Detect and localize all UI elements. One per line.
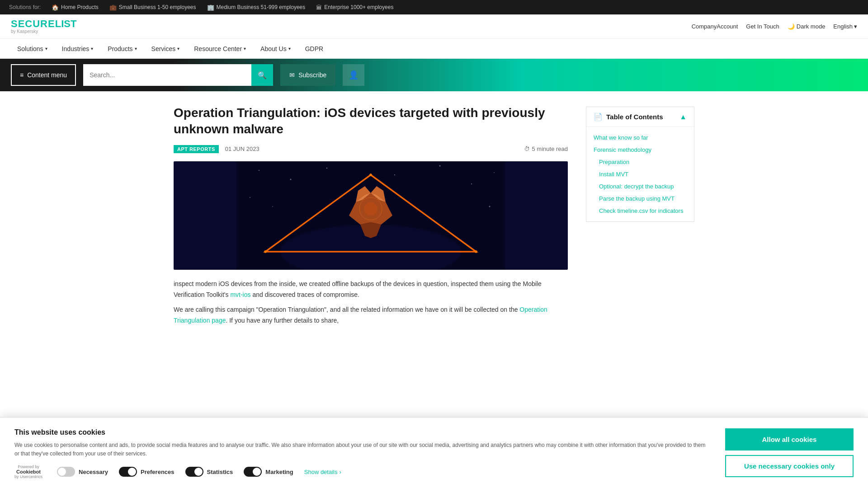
article-body-4: . If you have any further details to sha…	[226, 317, 339, 324]
article-date: 01 JUN 2023	[225, 145, 259, 152]
company-account-link[interactable]: CompanyAccount	[692, 23, 738, 30]
table-of-contents: 📄 Table of Contents ▲ What we know so fa…	[586, 107, 694, 222]
user-icon: 👤	[349, 70, 359, 80]
nav-gdpr[interactable]: GDPR	[299, 39, 330, 59]
search-button[interactable]: 🔍	[251, 64, 273, 86]
svg-point-21	[364, 202, 377, 216]
content-menu-button[interactable]: ≡ Content menu	[11, 64, 76, 86]
mvt-ios-link[interactable]: mvt-ios	[230, 291, 250, 298]
nav-industries[interactable]: Industries ▾	[56, 39, 100, 59]
content-area: Operation Triangulation: iOS devices tar…	[163, 91, 705, 344]
toc-title: 📄 Table of Contents	[594, 113, 663, 121]
svg-point-6	[471, 183, 472, 184]
language-label: English	[833, 23, 853, 30]
chevron-down-icon: ▾	[854, 23, 857, 30]
toc-item-parse[interactable]: Parse the backup using MVT	[586, 192, 694, 205]
hamburger-icon: ≡	[20, 71, 24, 79]
svg-point-2	[290, 178, 292, 180]
sidebar: 📄 Table of Contents ▲ What we know so fa…	[586, 105, 694, 331]
svg-point-7	[494, 172, 495, 173]
action-bar: ≡ Content menu 🔍 ✉ Subscribe 👤	[0, 59, 868, 91]
nav-resource-center[interactable]: Resource Center ▾	[188, 39, 252, 59]
chevron-down-icon: ▾	[288, 46, 291, 51]
dark-mode-toggle[interactable]: 🌙 Dark mode	[788, 23, 826, 30]
svg-point-25	[475, 250, 477, 253]
chevron-down-icon: ▾	[91, 46, 93, 51]
dark-mode-label: Dark mode	[797, 23, 826, 30]
toc-item-forensic[interactable]: Forensic methodology	[586, 144, 694, 156]
envelope-icon: ✉	[289, 71, 295, 79]
site-header: SECURELIST by Kaspersky CompanyAccount G…	[0, 14, 868, 39]
svg-point-10	[489, 206, 491, 207]
toc-item-preparation[interactable]: Preparation	[586, 156, 694, 168]
search-input[interactable]	[83, 64, 251, 86]
moon-icon: 🌙	[788, 23, 795, 30]
read-time-label: 5 minute read	[532, 145, 568, 152]
content-menu-label: Content menu	[27, 71, 67, 79]
svg-point-8	[250, 197, 250, 198]
apt-badge[interactable]: APT REPORTS	[174, 145, 219, 153]
svg-point-23	[369, 174, 372, 176]
topbar-small-biz[interactable]: 💼 Small Business 1-50 employees	[109, 4, 196, 11]
toc-item-timeline[interactable]: Check timeline.csv for indicators	[586, 205, 694, 217]
article-meta: APT REPORTS 01 JUN 2023 ⏱ 5 minute read	[174, 145, 568, 153]
nav-products[interactable]: Products ▾	[101, 39, 143, 59]
svg-point-5	[439, 165, 441, 166]
logo-kaspersky: by Kaspersky	[11, 29, 76, 34]
toc-item-decrypt[interactable]: Optional: decrypt the backup	[586, 180, 694, 192]
logo-secure: SECURE	[11, 18, 55, 29]
nav-solutions[interactable]: Solutions ▾	[11, 39, 54, 59]
chevron-down-icon: ▾	[244, 46, 246, 51]
toc-item-what-we-know[interactable]: What we know so far	[586, 131, 694, 144]
hero-image	[174, 161, 568, 270]
chevron-down-icon: ▾	[45, 46, 47, 51]
chevron-down-icon: ▾	[177, 46, 179, 51]
topbar-enterprise-label: Enterprise 1000+ employees	[324, 4, 393, 10]
language-selector[interactable]: English ▾	[833, 23, 857, 30]
top-bar: Solutions for: 🏠 Home Products 💼 Small B…	[0, 0, 868, 14]
search-icon: 🔍	[258, 71, 267, 80]
toc-list: What we know so far Forensic methodology…	[586, 127, 694, 221]
article-body-3: We are calling this campaign "Operation …	[174, 306, 519, 313]
svg-point-3	[326, 168, 327, 169]
toc-item-install-mvt[interactable]: Install MVT	[586, 168, 694, 180]
document-icon: 📄	[594, 113, 603, 121]
enterprise-icon: 🏛	[316, 4, 322, 11]
subscribe-button[interactable]: ✉ Subscribe	[280, 64, 335, 86]
home-icon: 🏠	[52, 4, 59, 11]
topbar-small-biz-label: Small Business 1-50 employees	[119, 4, 196, 10]
get-in-touch-link[interactable]: Get In Touch	[746, 23, 779, 30]
article-title: Operation Triangulation: iOS devices tar…	[174, 105, 568, 138]
hero-svg	[174, 161, 568, 270]
user-account-button[interactable]: 👤	[343, 64, 364, 86]
article-body: inspect modern iOS devices from the insi…	[174, 279, 568, 326]
logo[interactable]: SECURELIST by Kaspersky	[11, 19, 76, 34]
nav-services[interactable]: Services ▾	[145, 39, 186, 59]
topbar-medium-biz[interactable]: 🏢 Medium Business 51-999 employees	[207, 4, 306, 11]
solutions-for-label: Solutions for:	[9, 4, 41, 10]
topbar-home[interactable]: 🏠 Home Products	[52, 4, 99, 11]
clock-icon: ⏱	[524, 145, 530, 152]
svg-point-1	[259, 170, 259, 171]
chevron-down-icon: ▾	[135, 46, 137, 51]
toc-collapse-button[interactable]: ▲	[679, 113, 687, 121]
logo-list: LIST	[55, 18, 77, 29]
briefcase-icon: 💼	[109, 4, 117, 11]
svg-point-24	[264, 250, 267, 253]
main-nav: Solutions ▾ Industries ▾ Products ▾ Serv…	[0, 39, 868, 59]
article-body-2: and discovered traces of compromise.	[251, 291, 359, 298]
subscribe-label: Subscribe	[298, 71, 326, 79]
main-content: Operation Triangulation: iOS devices tar…	[174, 105, 568, 331]
building-icon: 🏢	[207, 4, 214, 11]
topbar-enterprise[interactable]: 🏛 Enterprise 1000+ employees	[316, 4, 393, 11]
topbar-home-label: Home Products	[61, 4, 99, 10]
svg-point-9	[272, 206, 273, 207]
svg-point-4	[394, 174, 395, 175]
topbar-medium-biz-label: Medium Business 51-999 employees	[217, 4, 306, 10]
search-bar: 🔍	[83, 64, 273, 86]
read-time: ⏱ 5 minute read	[524, 145, 568, 152]
nav-about-us[interactable]: About Us ▾	[254, 39, 297, 59]
toc-header: 📄 Table of Contents ▲	[586, 107, 694, 127]
header-actions: CompanyAccount Get In Touch 🌙 Dark mode …	[692, 23, 857, 30]
